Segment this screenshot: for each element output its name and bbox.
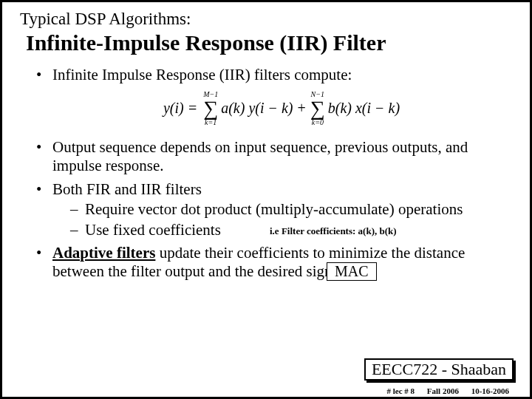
sum-1: M−1 ∑ k=1 [203, 91, 218, 126]
sum2-lower: k=0 [312, 119, 324, 126]
bullet-4-lead: Adaptive filters [52, 244, 155, 262]
bullet-2: Output sequence depends on input sequenc… [36, 138, 512, 176]
formula-lhs: y(i) = [163, 99, 197, 117]
bullet-list: Infinite Impulse Response (IIR) filters … [20, 66, 512, 282]
formula-plus: + [298, 99, 306, 117]
formula-term-1: a(k) y(i − k) [221, 99, 293, 117]
bullet-3-text: Both FIR and IIR filters [52, 180, 202, 198]
bullet-1-text: Infinite Impulse Response (IIR) filters … [52, 66, 352, 83]
slide-subtitle: Typical DSP Algorithms: [20, 10, 512, 29]
note-coefficients: i.e Filter coefficients: a(k), b(k) [270, 225, 397, 237]
sigma-icon: ∑ [310, 98, 325, 119]
bullet-4: Adaptive filters update their coefficien… [36, 244, 512, 282]
sub-bullet-1: Require vector dot product (multiply-acc… [70, 200, 512, 219]
footer-term: Fall 2006 [427, 386, 459, 395]
slide-title: Infinite-Impulse Response (IIR) Filter [26, 30, 512, 55]
bullet-1: Infinite Impulse Response (IIR) filters … [36, 66, 512, 126]
sum1-lower: k=1 [205, 119, 216, 126]
footer-lecture: # lec # 8 [387, 386, 415, 395]
slide-footer: # lec # 8 Fall 2006 10-16-2006 [377, 386, 510, 395]
footer-date: 10-16-2006 [471, 386, 509, 395]
sigma-icon: ∑ [203, 98, 218, 119]
mac-label: MAC [327, 262, 377, 281]
course-box: EECC722 - Shaaban [364, 358, 514, 381]
formula: y(i) = M−1 ∑ k=1 a(k) y(i − k) + N−1 ∑ k… [52, 91, 512, 126]
sum-2: N−1 ∑ k=0 [310, 91, 325, 126]
formula-term-2: b(k) x(i − k) [328, 99, 400, 117]
slide: Typical DSP Algorithms: Infinite-Impulse… [0, 0, 532, 399]
